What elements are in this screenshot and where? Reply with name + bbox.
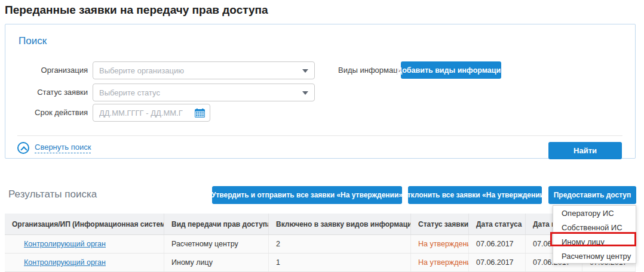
- organization-label: Организация: [5, 61, 88, 79]
- collapse-search-link[interactable]: Свернуть поиск: [17, 142, 91, 154]
- period-field: [93, 104, 210, 122]
- add-info-types-button[interactable]: Добавить виды информации: [401, 61, 501, 79]
- organization-placeholder: Выберите организацию: [99, 66, 184, 75]
- status-date-cell: 07.06.2017: [469, 235, 526, 253]
- status-cell: На утверждении: [411, 254, 469, 271]
- period-label: Срок действия: [5, 104, 88, 122]
- grant-access-button[interactable]: Предоставить доступ: [548, 186, 636, 204]
- decline-all-button[interactable]: Отклонить все заявки «На утверждении»: [408, 186, 542, 204]
- col-header-info-count: Включено в заявку видов информации: [269, 214, 411, 234]
- collapse-circle-up-icon: [17, 142, 29, 154]
- status-label: Статус заявки: [5, 84, 88, 101]
- collapse-search-label: Свернуть поиск: [35, 143, 91, 153]
- grant-access-dropdown-menu: Оператору ИС Собственной ИС Иному лицу Р…: [553, 205, 636, 264]
- find-button[interactable]: Найти: [548, 142, 622, 159]
- col-header-status-date: Дата статуса: [469, 214, 526, 234]
- chevron-down-icon: [302, 69, 308, 73]
- col-header-status: Статус заявки: [411, 214, 469, 234]
- status-date-cell: 07.06.2017: [469, 254, 526, 271]
- results-title: Результаты поиска: [8, 188, 97, 200]
- transfer-type-cell: Иному лицу: [164, 254, 269, 271]
- panel-divider: [17, 135, 622, 136]
- menu-item-other-person[interactable]: Иному лицу: [553, 234, 636, 249]
- table-header-row: Организация/ИП (Информационная система) …: [5, 214, 636, 235]
- status-cell: На утверждении: [411, 235, 469, 253]
- organization-link[interactable]: Контролирующий орган: [24, 258, 106, 267]
- search-panel-title: Поиск: [19, 35, 47, 47]
- col-header-transfer-type: Вид передачи прав доступа: [164, 214, 269, 234]
- search-panel: Поиск Организация Выберите организацию С…: [5, 24, 636, 159]
- table-row: Контролирующий орган Расчетному центру 2…: [5, 235, 636, 254]
- chevron-down-icon: [302, 91, 308, 95]
- info-count-cell: 2: [269, 235, 411, 253]
- menu-item-own-is[interactable]: Собственной ИС: [553, 220, 636, 234]
- transfer-type-cell: Расчетному центру: [164, 235, 269, 253]
- approve-all-button[interactable]: Утвердить и отправить все заявки «На утв…: [212, 186, 402, 204]
- period-input[interactable]: [93, 109, 183, 118]
- status-placeholder: Выберите статус: [99, 88, 160, 97]
- status-select[interactable]: Выберите статус: [93, 84, 315, 101]
- menu-item-operator-is[interactable]: Оператору ИС: [553, 206, 636, 220]
- menu-item-settlement-center[interactable]: Расчетному центру: [553, 249, 636, 263]
- organization-select[interactable]: Выберите организацию: [93, 61, 315, 79]
- info-count-cell: 1: [269, 254, 411, 271]
- col-header-organization: Организация/ИП (Информационная система): [5, 214, 164, 234]
- table-row: Контролирующий орган Иному лицу 1 На утв…: [5, 254, 636, 272]
- status-row: Статус заявки Выберите статус: [5, 84, 88, 101]
- organization-link[interactable]: Контролирующий орган: [24, 240, 106, 248]
- organization-row: Организация Выберите организацию: [5, 61, 88, 79]
- info-types-label: Виды информации: [338, 61, 406, 79]
- calendar-icon[interactable]: [195, 109, 205, 118]
- page-title: Переданные заявки на передачу прав досту…: [5, 4, 268, 17]
- period-row: Срок действия: [5, 104, 88, 122]
